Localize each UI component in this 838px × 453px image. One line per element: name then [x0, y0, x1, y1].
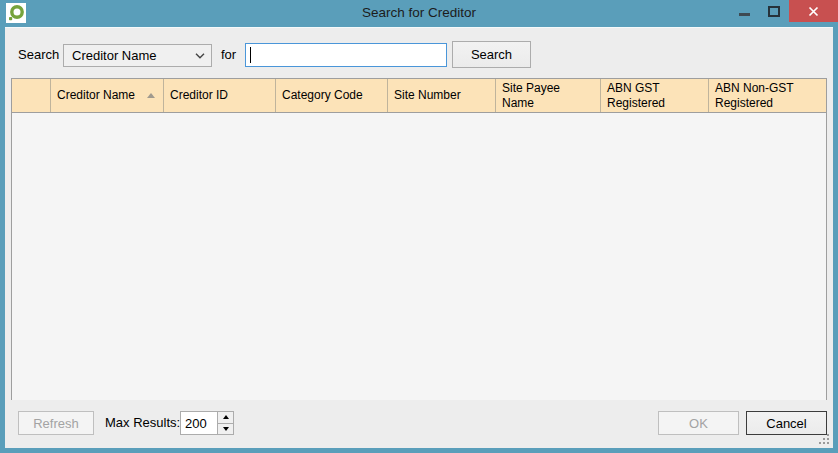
dialog-content: Search Creditor Name for Search Creditor…	[5, 27, 833, 448]
spinner-up-button[interactable]	[218, 412, 233, 424]
chevron-down-icon	[195, 53, 205, 59]
column-header-creditor-id[interactable]: Creditor ID	[164, 79, 276, 112]
arrow-up-icon	[223, 415, 229, 419]
cancel-button[interactable]: Cancel	[746, 411, 827, 435]
minimize-button[interactable]	[729, 0, 759, 22]
results-grid: Creditor Name Creditor ID Category Code …	[11, 78, 827, 400]
arrow-down-icon	[223, 427, 229, 431]
titlebar: Search for Creditor	[0, 0, 838, 27]
column-header-site-number[interactable]: Site Number	[388, 79, 496, 112]
column-header-site-payee-name[interactable]: Site Payee Name	[496, 79, 601, 112]
close-icon	[808, 6, 819, 17]
window-title: Search for Creditor	[0, 0, 838, 27]
search-query-input[interactable]	[245, 43, 447, 67]
sort-ascending-icon	[147, 93, 155, 98]
dialog-window: Search for Creditor Search Creditor Name…	[0, 0, 838, 453]
refresh-button[interactable]: Refresh	[18, 411, 94, 435]
resize-grip[interactable]	[818, 433, 831, 446]
max-results-label: Max Results:	[105, 412, 180, 434]
column-header-row-selector[interactable]	[12, 79, 51, 112]
ok-button[interactable]: OK	[658, 411, 739, 435]
search-field-value: Creditor Name	[72, 48, 195, 63]
column-header-category-code[interactable]: Category Code	[276, 79, 388, 112]
column-header-abn-non-gst-registered[interactable]: ABN Non-GST Registered	[709, 79, 826, 112]
grid-header-row: Creditor Name Creditor ID Category Code …	[12, 79, 826, 113]
maximize-icon	[768, 6, 780, 17]
max-results-spinner	[180, 411, 234, 435]
spinner-buttons	[217, 412, 233, 434]
text-caret	[250, 47, 251, 63]
minimize-icon	[739, 13, 750, 16]
search-label: Search	[18, 44, 59, 66]
for-label: for	[221, 44, 236, 66]
column-header-abn-gst-registered[interactable]: ABN GST Registered	[601, 79, 709, 112]
close-button[interactable]	[789, 0, 838, 22]
window-controls	[729, 0, 838, 22]
column-header-creditor-name[interactable]: Creditor Name	[51, 79, 164, 112]
search-field-dropdown[interactable]: Creditor Name	[63, 44, 212, 67]
maximize-button[interactable]	[759, 0, 789, 22]
grid-body-empty	[12, 113, 826, 400]
spinner-down-button[interactable]	[218, 424, 233, 435]
max-results-input[interactable]	[181, 412, 217, 434]
search-button[interactable]: Search	[452, 41, 531, 68]
